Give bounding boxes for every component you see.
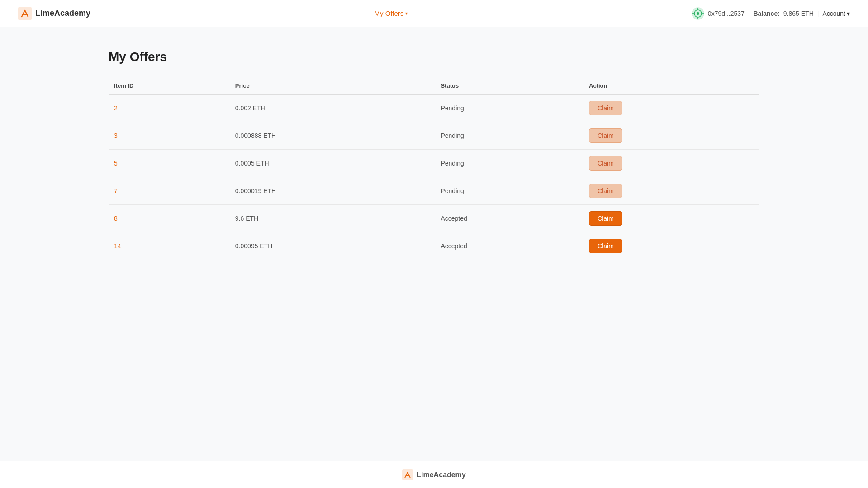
cell-action: Claim xyxy=(583,122,759,150)
cell-status: Accepted xyxy=(435,232,583,260)
account-dropdown[interactable]: Account ▾ xyxy=(822,10,850,17)
cell-status: Accepted xyxy=(435,205,583,232)
cell-item-id: 2 xyxy=(109,94,230,122)
balance-label: Balance: xyxy=(753,10,779,17)
table-header: Item ID Price Status Action xyxy=(109,78,759,94)
cell-status: Pending xyxy=(435,150,583,177)
footer-brand-name: LimeAcademy xyxy=(417,471,466,479)
nav-center: My Offers ▾ xyxy=(375,9,408,17)
cell-price: 0.0005 ETH xyxy=(230,150,436,177)
brand-icon xyxy=(18,7,32,20)
account-caret-icon: ▾ xyxy=(847,10,850,17)
footer: LimeAcademy xyxy=(0,461,868,488)
separator-2: | xyxy=(817,10,819,17)
item-id-link[interactable]: 14 xyxy=(114,242,121,250)
wallet-address: 0x79d...2537 xyxy=(708,10,745,17)
claim-button[interactable]: Claim xyxy=(589,128,622,143)
cell-action: Claim xyxy=(583,94,759,122)
claim-button[interactable]: Claim xyxy=(589,211,622,226)
table-row: 89.6 ETHAcceptedClaim xyxy=(109,205,759,232)
cell-price: 0.002 ETH xyxy=(230,94,436,122)
footer-brand: LimeAcademy xyxy=(402,469,466,480)
cell-status: Pending xyxy=(435,94,583,122)
cell-price: 0.000888 ETH xyxy=(230,122,436,150)
table-row: 140.00095 ETHAcceptedClaim xyxy=(109,232,759,260)
brand-logo[interactable]: LimeAcademy xyxy=(18,7,90,20)
claim-button[interactable]: Claim xyxy=(589,156,622,171)
col-header-status: Status xyxy=(435,78,583,94)
col-header-item-id: Item ID xyxy=(109,78,230,94)
table-row: 70.000019 ETHPendingClaim xyxy=(109,177,759,205)
cell-action: Claim xyxy=(583,150,759,177)
main-content: My Offers Item ID Price Status Action 20… xyxy=(0,27,868,461)
table-row: 30.000888 ETHPendingClaim xyxy=(109,122,759,150)
svg-rect-8 xyxy=(402,469,413,480)
svg-rect-0 xyxy=(18,7,32,20)
cell-price: 9.6 ETH xyxy=(230,205,436,232)
my-offers-label: My Offers xyxy=(375,9,404,17)
cell-item-id: 3 xyxy=(109,122,230,150)
separator-1: | xyxy=(748,10,750,17)
my-offers-nav-link[interactable]: My Offers ▾ xyxy=(375,9,408,17)
cell-item-id: 14 xyxy=(109,232,230,260)
offers-table: Item ID Price Status Action 20.002 ETHPe… xyxy=(109,78,759,260)
claim-button[interactable]: Claim xyxy=(589,184,622,198)
svg-point-3 xyxy=(697,12,699,15)
cell-price: 0.00095 ETH xyxy=(230,232,436,260)
cell-action: Claim xyxy=(583,177,759,205)
item-id-link[interactable]: 7 xyxy=(114,187,118,194)
footer-brand-icon xyxy=(402,469,413,480)
brand-name: LimeAcademy xyxy=(35,9,90,18)
cell-price: 0.000019 ETH xyxy=(230,177,436,205)
nav-right: 0x79d...2537 | Balance: 9.865 ETH | Acco… xyxy=(692,7,850,20)
cell-item-id: 5 xyxy=(109,150,230,177)
balance-value: 9.865 ETH xyxy=(783,10,814,17)
item-id-link[interactable]: 3 xyxy=(114,132,118,139)
cell-item-id: 7 xyxy=(109,177,230,205)
cell-action: Claim xyxy=(583,232,759,260)
item-id-link[interactable]: 2 xyxy=(114,104,118,112)
cell-status: Pending xyxy=(435,122,583,150)
cell-item-id: 8 xyxy=(109,205,230,232)
page-title: My Offers xyxy=(109,50,759,64)
table-row: 50.0005 ETHPendingClaim xyxy=(109,150,759,177)
col-header-price: Price xyxy=(230,78,436,94)
table-row: 20.002 ETHPendingClaim xyxy=(109,94,759,122)
navbar: LimeAcademy My Offers ▾ 0x79d...2537 | B… xyxy=(0,0,868,27)
item-id-link[interactable]: 8 xyxy=(114,215,118,222)
claim-button[interactable]: Claim xyxy=(589,239,622,253)
cell-status: Pending xyxy=(435,177,583,205)
wallet-icon xyxy=(692,7,704,20)
cell-action: Claim xyxy=(583,205,759,232)
account-label: Account xyxy=(822,10,845,17)
item-id-link[interactable]: 5 xyxy=(114,160,118,167)
table-body: 20.002 ETHPendingClaim30.000888 ETHPendi… xyxy=(109,94,759,260)
claim-button[interactable]: Claim xyxy=(589,101,622,115)
dropdown-caret-icon: ▾ xyxy=(405,11,408,16)
col-header-action: Action xyxy=(583,78,759,94)
